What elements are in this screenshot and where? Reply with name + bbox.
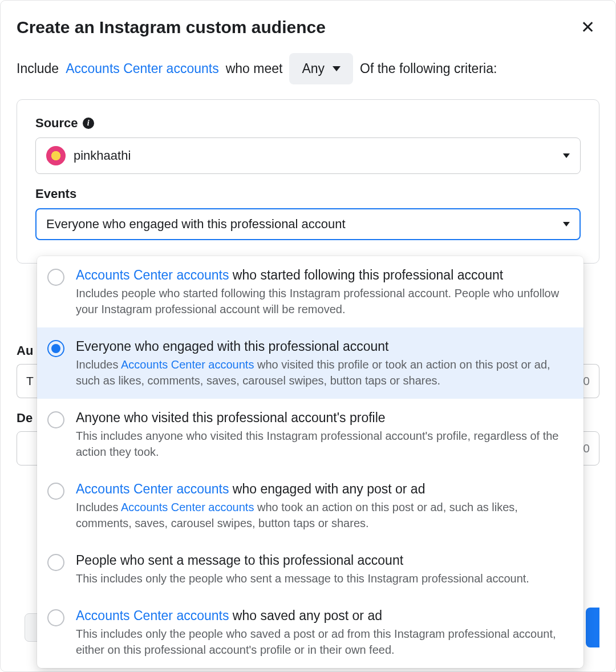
option-title-rest: who started following this professional … (229, 268, 503, 282)
option-desc-link: Accounts Center accounts (121, 358, 254, 371)
option-desc-link: Accounts Center accounts (121, 501, 254, 513)
accounts-center-link[interactable]: Accounts Center accounts (66, 61, 218, 76)
events-value: Everyone who engaged with this professio… (46, 217, 346, 232)
radio-icon (47, 269, 64, 286)
events-label: Events (35, 187, 76, 201)
source-select[interactable]: pinkhaathi (35, 137, 581, 174)
primary-action-button-fragment[interactable] (586, 608, 599, 647)
match-mode-dropdown[interactable]: Any (289, 53, 353, 84)
option-desc: This includes only the people who sent a… (76, 572, 529, 585)
include-text: Include (17, 61, 59, 76)
event-option-visited-profile[interactable]: Anyone who visited this professional acc… (37, 399, 583, 470)
info-icon[interactable]: i (83, 118, 94, 129)
event-option-started-following[interactable]: Accounts Center accounts who started fol… (37, 256, 583, 327)
modal-header: Create an Instagram custom audience ✕ (17, 17, 599, 38)
option-desc: Includes people who started following th… (76, 287, 559, 315)
radio-icon (47, 411, 64, 428)
source-value: pinkhaathi (74, 148, 131, 163)
option-desc-pre: Includes (76, 501, 121, 513)
criteria-panel: Source i pinkhaathi Events Everyone who … (17, 99, 599, 264)
source-label-row: Source i (35, 116, 581, 131)
option-title-link: Accounts Center accounts (76, 268, 229, 282)
events-dropdown-panel: Accounts Center accounts who started fol… (37, 256, 583, 668)
modal-title: Create an Instagram custom audience (17, 18, 326, 37)
option-title-rest: who engaged with any post or ad (229, 481, 425, 496)
event-option-saved-post-ad[interactable]: Accounts Center accounts who saved any p… (37, 597, 583, 668)
option-title-link: Accounts Center accounts (76, 481, 229, 496)
option-desc-pre: Includes (76, 358, 121, 371)
events-label-row: Events (35, 187, 581, 201)
event-option-everyone-engaged[interactable]: Everyone who engaged with this professio… (37, 327, 583, 399)
of-following-text: Of the following criteria: (360, 61, 497, 76)
events-select[interactable]: Everyone who engaged with this professio… (35, 208, 581, 240)
who-meet-text: who meet (226, 61, 283, 76)
option-title-link: Accounts Center accounts (76, 608, 229, 623)
radio-icon (47, 609, 64, 626)
chevron-down-icon (333, 66, 341, 71)
radio-icon (47, 340, 64, 357)
source-label: Source (35, 116, 78, 131)
chevron-down-icon (563, 153, 570, 158)
close-button[interactable]: ✕ (576, 17, 599, 38)
event-option-engaged-post-ad[interactable]: Accounts Center accounts who engaged wit… (37, 470, 583, 541)
account-avatar-icon (46, 146, 66, 165)
chevron-down-icon (563, 222, 570, 226)
option-title-rest: Anyone who visited this professional acc… (76, 410, 386, 425)
modal-create-instagram-audience: Create an Instagram custom audience ✕ In… (0, 0, 616, 672)
event-option-sent-message[interactable]: People who sent a message to this profes… (37, 541, 583, 597)
radio-icon (47, 483, 64, 500)
option-desc: This includes only the people who saved … (76, 628, 556, 656)
option-title-rest: Everyone who engaged with this professio… (76, 339, 389, 354)
criteria-row: Include Accounts Center accounts who mee… (17, 53, 599, 84)
option-desc: This includes anyone who visited this In… (76, 430, 558, 458)
option-title-rest: who saved any post or ad (229, 608, 382, 623)
radio-icon (47, 554, 64, 571)
option-title-rest: People who sent a message to this profes… (76, 553, 403, 568)
match-mode-label: Any (302, 61, 325, 76)
